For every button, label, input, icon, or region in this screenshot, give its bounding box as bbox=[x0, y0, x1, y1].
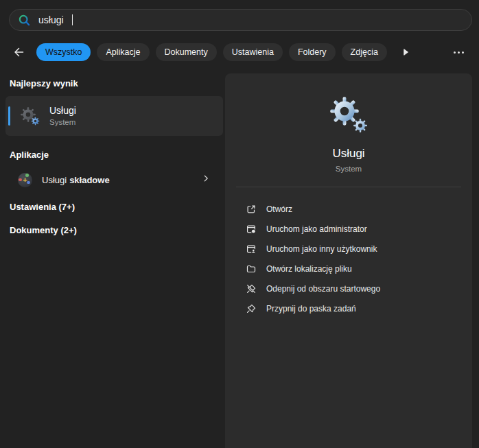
action-otworz-lokalizacje-pliku[interactable]: Otwórz lokalizację pliku bbox=[225, 259, 472, 279]
options-ellipsis-button[interactable] bbox=[448, 43, 469, 61]
action-otworz[interactable]: Otwórz bbox=[225, 199, 472, 219]
services-gears-icon bbox=[20, 106, 40, 126]
pin-icon bbox=[246, 303, 257, 314]
best-match-subtitle: System bbox=[49, 117, 76, 127]
back-button[interactable] bbox=[10, 43, 27, 61]
result-label: Usługiskładowe bbox=[42, 175, 110, 185]
action-label: Odepnij od obszaru startowego bbox=[266, 284, 380, 294]
action-przypnij-do-paska-zadan[interactable]: Przypnij do paska zadań bbox=[225, 298, 472, 318]
tab-dokumenty[interactable]: Dokumenty bbox=[156, 43, 217, 61]
group-header-ustawienia[interactable]: Ustawienia (7+) bbox=[10, 202, 75, 212]
unpin-icon bbox=[246, 283, 257, 294]
ellipsis-dot bbox=[454, 51, 456, 54]
services-gears-hero-icon bbox=[327, 95, 370, 135]
ellipsis-dot bbox=[462, 51, 464, 54]
tab-ustawienia[interactable]: Ustawienia bbox=[223, 43, 283, 61]
ellipsis-dot bbox=[458, 51, 460, 54]
run-as-admin-icon bbox=[246, 224, 257, 235]
action-label: Uruchom jako administrator bbox=[266, 224, 367, 234]
back-arrow-icon bbox=[12, 45, 25, 59]
preview-title: Usługi bbox=[225, 147, 472, 161]
tab-aplikacje[interactable]: Aplikacje bbox=[97, 43, 149, 61]
expand-chevron-icon[interactable] bbox=[201, 174, 211, 186]
best-match-title: Usługi bbox=[49, 105, 76, 117]
search-input[interactable]: usługi bbox=[9, 9, 472, 31]
selection-accent-bar bbox=[8, 106, 10, 126]
action-label: Otwórz bbox=[266, 204, 292, 214]
divider bbox=[236, 187, 461, 187]
group-header-dokumenty[interactable]: Dokumenty (2+) bbox=[10, 225, 77, 235]
action-label: Przypnij do paska zadań bbox=[266, 304, 356, 314]
action-odepnij-od-obszaru-startowego[interactable]: Odepnij od obszaru startowego bbox=[225, 279, 472, 298]
tab-wszystko[interactable]: Wszystko bbox=[36, 43, 91, 61]
best-match-result-uslugi[interactable]: Usługi System bbox=[5, 96, 223, 136]
result-uslugi-skladowe[interactable]: + Usługiskładowe bbox=[5, 165, 223, 194]
preview-panel: Usługi System Otwórz bbox=[225, 73, 472, 448]
preview-subtitle: System bbox=[225, 165, 472, 173]
best-match-heading: Najlepszy wynik bbox=[10, 78, 78, 89]
best-match-text: Usługi System bbox=[49, 105, 76, 127]
tab-foldery[interactable]: Foldery bbox=[289, 43, 336, 61]
windows-search-flyout: usługi Wszystko Aplikacje Dokumenty Usta… bbox=[0, 0, 479, 448]
run-as-other-user-icon bbox=[246, 244, 257, 255]
text-caret bbox=[72, 14, 73, 25]
apps-heading: Aplikacje bbox=[10, 150, 49, 160]
play-arrow-icon bbox=[400, 47, 411, 58]
search-query-text: usługi bbox=[38, 9, 64, 31]
action-list: Otwórz Uruchom jako administrator bbox=[225, 199, 472, 318]
tab-zdjecia[interactable]: Zdjęcia bbox=[342, 43, 387, 61]
component-services-icon: + bbox=[18, 173, 32, 187]
action-label: Otwórz lokalizację pliku bbox=[266, 264, 352, 274]
action-label: Uruchom jako inny użytkownik bbox=[266, 244, 377, 254]
more-tabs-button[interactable] bbox=[397, 43, 414, 61]
search-icon bbox=[18, 14, 31, 27]
action-uruchom-jako-inny-uzytkownik[interactable]: Uruchom jako inny użytkownik bbox=[225, 239, 472, 259]
open-external-icon bbox=[246, 204, 257, 215]
filter-tabs-row: Wszystko Aplikacje Dokumenty Ustawienia … bbox=[0, 42, 479, 62]
action-uruchom-jako-administrator[interactable]: Uruchom jako administrator bbox=[225, 219, 472, 239]
folder-icon bbox=[246, 263, 257, 274]
